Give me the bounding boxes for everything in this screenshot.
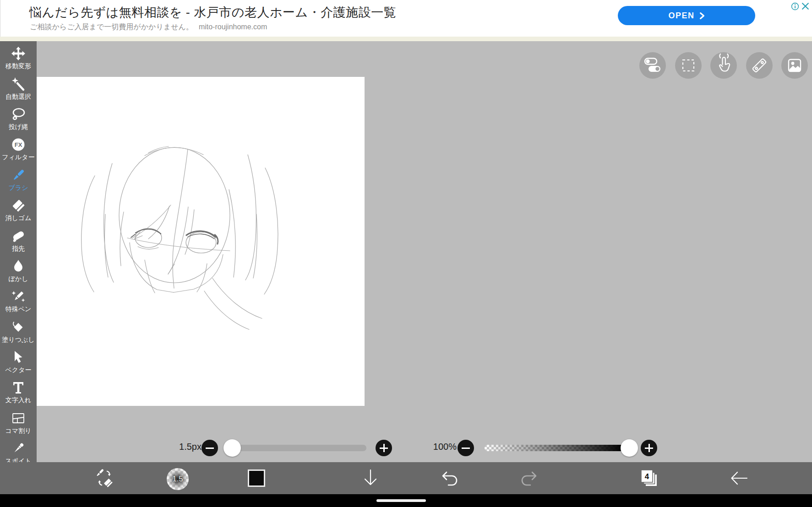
sidebar-item-fill[interactable]: 塗りつぶし <box>0 317 37 347</box>
tool-label: 文字入れ <box>5 396 31 405</box>
minus-icon <box>206 448 214 449</box>
back-button[interactable] <box>729 468 750 489</box>
eraser-icon <box>11 198 26 213</box>
ad-open-button[interactable]: OPEN <box>618 6 755 25</box>
text-tool-icon <box>11 380 26 395</box>
image-icon <box>781 52 808 79</box>
layers-icon: 4 <box>638 467 660 489</box>
opacity-decrease-button[interactable] <box>458 440 474 456</box>
undo-icon <box>440 468 460 488</box>
undo-button[interactable] <box>440 468 461 489</box>
brush-size-slider-knob[interactable] <box>223 439 241 457</box>
sidebar-item-blur[interactable]: ぼかし <box>0 256 37 286</box>
layers-button[interactable]: 4 <box>638 467 660 489</box>
reference-image-button[interactable] <box>781 52 808 79</box>
sketch-drawing <box>37 77 365 406</box>
brush-eraser-swap-button[interactable] <box>94 468 115 489</box>
ad-info-icon[interactable] <box>791 2 799 11</box>
drawing-canvas[interactable] <box>37 77 365 406</box>
brush-preview-button[interactable]: 1.5 <box>167 468 189 490</box>
ad-open-label: OPEN <box>668 11 694 21</box>
color-swatch-button[interactable] <box>248 469 265 487</box>
water-drop-icon <box>11 259 26 274</box>
ad-subtitle: ご相談からご入居まで一切費用がかかりません。 <box>30 23 193 31</box>
tool-label: ブラシ <box>9 184 28 192</box>
ad-domain: mito-roujinhome.com <box>199 23 267 31</box>
ad-close-icon[interactable] <box>801 2 810 11</box>
brush-eraser-swap-icon <box>94 468 115 489</box>
sidebar-item-brush[interactable]: ブラシ <box>0 165 37 195</box>
minus-icon <box>462 448 470 449</box>
move-transform-icon <box>11 46 26 61</box>
sidebar-item-special-pen[interactable]: 特殊ペン <box>0 286 37 316</box>
sidebar-item-text[interactable]: 文字入れ <box>0 377 37 407</box>
home-indicator[interactable] <box>376 499 426 502</box>
brush-size-slider-track[interactable] <box>225 445 366 451</box>
magic-wand-icon <box>11 76 26 92</box>
opacity-slider-track[interactable] <box>485 445 624 451</box>
brush-icon <box>11 167 26 183</box>
brush-size-decrease-button[interactable] <box>202 440 218 456</box>
tool-label: 消しゴム <box>5 214 32 222</box>
ad-bottom-strip <box>0 37 812 41</box>
lasso-icon <box>11 107 26 122</box>
ruler-icon <box>746 52 773 79</box>
tool-label: フィルター <box>2 153 34 162</box>
toggles-icon <box>639 52 666 79</box>
ruler-button[interactable] <box>746 52 773 79</box>
opacity-slider-knob[interactable] <box>621 439 638 457</box>
opacity-increase-button[interactable] <box>641 440 657 456</box>
selection-button[interactable] <box>675 52 702 79</box>
ad-banner[interactable]: 悩んだら先ずは無料相談を - 水戸市の老人ホーム・介護施設一覧 ご相談からご入居… <box>0 0 812 37</box>
svg-text:4: 4 <box>645 472 649 481</box>
fx-filter-icon: FX <box>11 137 26 152</box>
tool-label: 自動選択 <box>5 93 31 101</box>
touch-gesture-button[interactable] <box>710 52 737 79</box>
fingertip-icon <box>11 228 26 244</box>
brush-preview-size: 1.5 <box>172 475 183 484</box>
back-arrow-icon <box>729 468 749 488</box>
ad-subtitle-row: ご相談からご入居まで一切費用がかかりません。mito-roujinhome.co… <box>30 22 267 32</box>
tool-label: 指先 <box>12 245 25 253</box>
sidebar-item-finger[interactable]: 指先 <box>0 225 37 255</box>
svg-text:FX: FX <box>15 141 22 148</box>
tool-label: 投げ縄 <box>9 123 28 131</box>
redo-button[interactable] <box>518 468 539 489</box>
opacity-value: 100% <box>406 442 457 452</box>
paint-bucket-icon <box>11 319 26 335</box>
cursor-arrow-icon <box>11 350 26 365</box>
tool-label: ベクター <box>5 366 32 374</box>
sidebar-item-filter[interactable]: FX フィルター <box>0 134 37 164</box>
tool-label: 特殊ペン <box>5 305 32 313</box>
sidebar-item-move-transform[interactable]: 移動変形 <box>0 43 37 73</box>
brush-size-increase-button[interactable] <box>376 440 392 456</box>
chevron-right-icon <box>699 12 705 20</box>
special-pen-icon <box>11 289 26 304</box>
sidebar-item-eraser[interactable]: 消しゴム <box>0 195 37 225</box>
sidebar-item-frame-divider[interactable]: コマ割り <box>0 408 37 438</box>
tool-label: 移動変形 <box>5 62 31 70</box>
quick-settings-button[interactable] <box>639 52 666 79</box>
tap-hand-icon <box>710 52 737 79</box>
tool-label: コマ割り <box>5 427 32 435</box>
ad-headline[interactable]: 悩んだら先ずは無料相談を - 水戸市の老人ホーム・介護施設一覧 <box>29 4 396 21</box>
brush-size-value: 1.5px <box>151 442 202 452</box>
tool-sidebar: 移動変形 自動選択 投げ縄 FX フィルター ブラシ 消しゴム 指 <box>0 41 37 494</box>
bottom-toolbar <box>0 462 812 494</box>
tool-label: 塗りつぶし <box>2 336 34 344</box>
sidebar-item-vector[interactable]: ベクター <box>0 347 37 377</box>
sidebar-item-lasso[interactable]: 投げ縄 <box>0 104 37 134</box>
pull-down-button[interactable] <box>360 468 381 489</box>
redo-icon <box>518 468 539 488</box>
panel-layout-icon <box>11 410 26 426</box>
eyedropper-icon <box>11 441 26 456</box>
down-arrow-icon <box>360 468 381 488</box>
tool-label: ぼかし <box>9 275 28 283</box>
sidebar-item-auto-select[interactable]: 自動選択 <box>0 73 37 103</box>
dashed-selection-icon <box>675 52 702 79</box>
